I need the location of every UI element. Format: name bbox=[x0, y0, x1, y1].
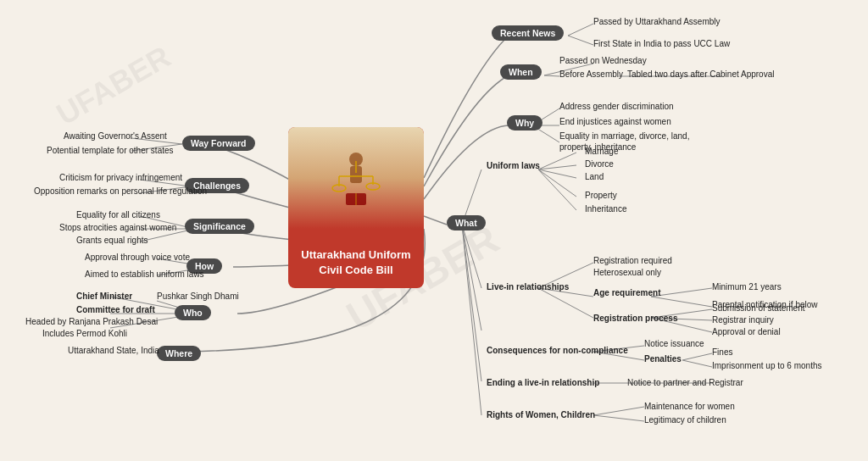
when-node: When bbox=[500, 64, 542, 80]
penalties-label: Penalties bbox=[644, 354, 682, 364]
approval-denial-label: Approval or denial bbox=[712, 327, 781, 336]
svg-line-32 bbox=[593, 407, 644, 415]
svg-line-33 bbox=[593, 415, 644, 421]
svg-line-23 bbox=[651, 297, 712, 307]
imprisonment-label: Imprisonment up to 6 months bbox=[712, 361, 822, 370]
headed-label: Headed by Ranjana Prakash Desai bbox=[25, 317, 158, 326]
how-label-2: Aimed to establish uniform laws bbox=[85, 269, 204, 279]
why-label-1: Address gender discrimination bbox=[559, 102, 674, 111]
how-label-1: Approval through voice vote bbox=[85, 253, 190, 262]
svg-line-3 bbox=[544, 75, 559, 76]
uniform-laws-label: Uniform laws bbox=[487, 161, 540, 170]
where-label: Uttarakhand State, India bbox=[68, 346, 159, 355]
submission-label: Submission of statement bbox=[712, 303, 805, 313]
land-label: Land bbox=[585, 172, 604, 181]
property-label: Property bbox=[585, 191, 617, 200]
center-image bbox=[288, 127, 424, 229]
notice-issuance-label: Notice issuance bbox=[644, 339, 704, 348]
where-node: Where bbox=[157, 346, 201, 361]
inheritance-label: Inheritance bbox=[585, 204, 626, 214]
who-node: Who bbox=[175, 305, 211, 320]
svg-line-30 bbox=[682, 360, 712, 367]
svg-line-29 bbox=[682, 353, 712, 360]
legitimacy-label: Legitimacy of children bbox=[644, 415, 726, 425]
pushkar-label: Pushkar Singh Dhami bbox=[157, 292, 239, 301]
min21-label: Minimum 21 years bbox=[712, 282, 782, 292]
recent-news-label-1: Passed by Uttarakhand Assembly bbox=[593, 17, 721, 26]
reg-process-label: Registration process bbox=[593, 314, 677, 323]
notice-partner-label: Notice to partner and Registrar bbox=[627, 378, 743, 387]
significance-node: Significance bbox=[185, 219, 254, 234]
fines-label: Fines bbox=[712, 347, 732, 357]
registrar-label: Registrar inquiry bbox=[712, 315, 774, 325]
committee-label: Committee for draft bbox=[76, 305, 155, 314]
wf-label-1: Awaiting Governor's Assent bbox=[64, 131, 167, 141]
svg-line-18 bbox=[538, 169, 576, 210]
when-label-1: Passed on Wednesday bbox=[559, 56, 647, 65]
svg-line-0 bbox=[568, 24, 593, 36]
mindmap-container: UFABER UFABER bbox=[0, 0, 868, 461]
center-node: Uttarakhand Uniform Civil Code Bill bbox=[288, 127, 424, 288]
age-req-label: Age requirement bbox=[593, 288, 660, 297]
recent-news-label-2: First State in India to pass UCC Law bbox=[593, 39, 730, 48]
sig-label-1: Equality for all citizens bbox=[76, 210, 160, 219]
ending-livein-label: Ending a live-in relationship bbox=[487, 378, 599, 387]
svg-line-1 bbox=[568, 36, 593, 45]
center-title: Uttarakhand Uniform Civil Code Bill bbox=[288, 247, 424, 278]
why-node: Why bbox=[507, 115, 542, 131]
includes-label: Includes Permod Kohli bbox=[42, 329, 127, 338]
why-label-3: Equality in marriage, divorce, land, bbox=[559, 131, 689, 141]
sig-label-3: Grants equal rights bbox=[76, 236, 148, 245]
chal-label-1: Criticism for privacy infringement bbox=[59, 173, 182, 182]
svg-line-13 bbox=[462, 225, 481, 415]
marriage-label: Marriage bbox=[585, 147, 618, 156]
way-forward-node: Way Forward bbox=[182, 136, 255, 151]
wf-label-2: Potential template for other states bbox=[47, 146, 174, 155]
chal-label-2: Opposition remarks on personal life regu… bbox=[34, 186, 207, 196]
maintenance-label: Maintenance for women bbox=[644, 402, 735, 411]
divorce-label: Divorce bbox=[585, 159, 614, 169]
consequences-label: Consequences for non-compliance bbox=[487, 346, 628, 355]
reg-required-label: Registration required bbox=[593, 256, 672, 265]
chief-minister-label: Chief Minister bbox=[76, 292, 132, 301]
recent-news-node: Recent News bbox=[492, 25, 564, 41]
what-node: What bbox=[447, 215, 486, 230]
when-label-3: Tabled two days after Cabinet Approval bbox=[627, 69, 774, 79]
rights-women-label: Rights of Women, Children bbox=[487, 410, 595, 419]
hetero-label: Heterosexual only bbox=[593, 268, 661, 277]
livein-label: Live-in relationships bbox=[487, 282, 569, 292]
svg-line-12 bbox=[462, 225, 481, 381]
when-label-2: Before Assembly bbox=[559, 69, 623, 79]
why-label-2: End injustices against women bbox=[559, 117, 671, 126]
sig-label-2: Stops atrocities against women bbox=[59, 223, 176, 232]
